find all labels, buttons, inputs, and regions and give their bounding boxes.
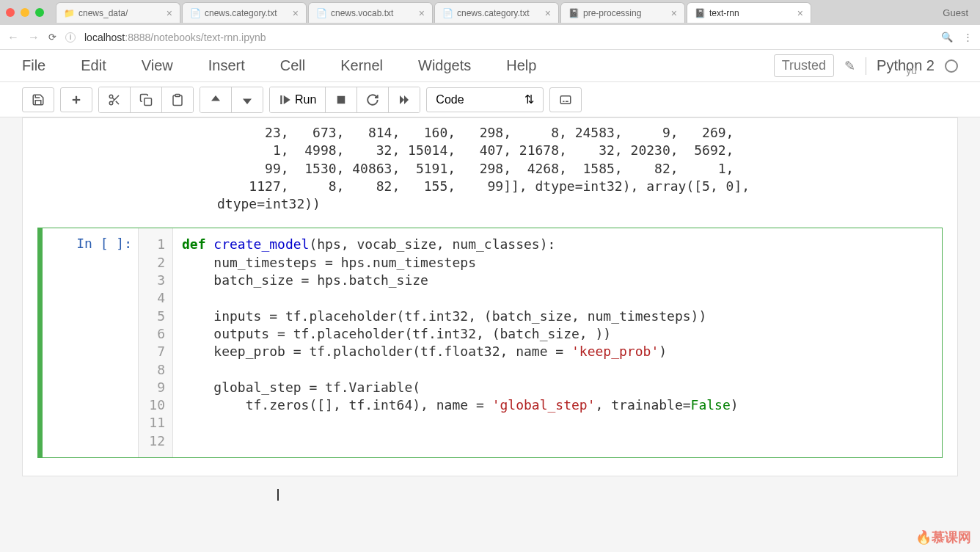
forward-button[interactable]: →	[28, 31, 40, 44]
output-cell: 23, 673, 814, 160, 298, 8, 24583, 9, 269…	[23, 124, 957, 213]
tab-title: text-rnn	[709, 8, 793, 18]
close-icon[interactable]: ×	[293, 7, 299, 19]
code-editor[interactable]: def create_model(hps, vocab_size, num_cl…	[173, 228, 942, 457]
zoom-icon[interactable]: 🔍	[941, 32, 953, 43]
command-palette-button[interactable]	[549, 87, 582, 112]
menu-kernel[interactable]: Kernel	[340, 57, 383, 74]
tab-title: cnews.category.txt	[457, 8, 541, 18]
text-cursor	[277, 489, 279, 501]
browser-tab-4[interactable]: 📓pre-processing×	[560, 2, 685, 23]
watermark-text: yu	[906, 65, 917, 76]
svg-line-5	[116, 101, 119, 104]
jupyter-menu-bar: File Edit View Insert Cell Kernel Widget…	[0, 50, 980, 82]
browser-tab-bar: 📁cnews_data/× 📄cnews.category.txt× 📄cnew…	[0, 0, 980, 25]
menu-view[interactable]: View	[142, 57, 173, 74]
browser-tab-3[interactable]: 📄cnews.category.txt×	[434, 2, 559, 23]
move-up-button[interactable]	[200, 87, 232, 112]
doc-icon: 📄	[442, 8, 453, 18]
svg-point-2	[109, 95, 113, 98]
svg-point-3	[109, 101, 113, 105]
close-icon[interactable]: ×	[545, 7, 551, 19]
copy-button[interactable]	[131, 87, 162, 112]
close-icon[interactable]: ×	[671, 7, 677, 19]
notebook-icon: 📓	[695, 8, 705, 18]
move-down-button[interactable]	[232, 87, 263, 112]
run-button[interactable]: Run	[270, 87, 326, 112]
run-label: Run	[295, 93, 316, 106]
guest-label[interactable]: Guest	[943, 7, 974, 18]
line-number-gutter: 123456789101112	[138, 228, 173, 457]
watermark-label: 慕课网	[932, 530, 971, 545]
cut-copy-paste-group	[98, 87, 194, 113]
divider	[866, 57, 866, 75]
browser-tab-0[interactable]: 📁cnews_data/×	[56, 2, 180, 23]
svg-rect-9	[280, 95, 282, 104]
browser-tab-2[interactable]: 📄cnews.vocab.txt×	[308, 2, 433, 23]
restart-button[interactable]	[357, 87, 389, 112]
chevron-updown-icon: ⇅	[524, 92, 534, 106]
stop-button[interactable]	[326, 87, 357, 112]
menu-help[interactable]: Help	[506, 57, 536, 74]
move-group	[200, 87, 263, 113]
code-cell[interactable]: In [ ]: 123456789101112 def create_model…	[37, 228, 943, 458]
cell-type-select[interactable]: Code⇅	[426, 87, 544, 112]
doc-icon: 📄	[316, 8, 326, 18]
tab-title: pre-processing	[583, 8, 667, 18]
site-info-icon[interactable]: i	[65, 32, 76, 43]
folder-icon: 📁	[64, 8, 74, 18]
cut-button[interactable]	[99, 87, 131, 112]
close-icon[interactable]: ×	[167, 7, 172, 19]
svg-rect-10	[337, 95, 345, 104]
url-path: /notebooks/text-rnn.ipynb	[150, 32, 266, 43]
url-host: localhost	[84, 32, 125, 43]
save-button[interactable]	[22, 87, 54, 112]
url-port: :8888	[125, 32, 150, 43]
tab-title: cnews.vocab.txt	[331, 8, 414, 18]
minimize-window-button[interactable]	[21, 8, 29, 17]
add-cell-button[interactable]	[60, 87, 92, 112]
paste-button[interactable]	[162, 87, 193, 112]
tab-title: cnews_data/	[78, 8, 162, 18]
menu-insert[interactable]: Insert	[208, 57, 245, 74]
maximize-window-button[interactable]	[35, 8, 44, 17]
address-bar: ← → ⟳ i localhost:8888/notebooks/text-rn…	[0, 25, 980, 50]
jupyter-toolbar: Run Code⇅	[0, 82, 980, 117]
back-button[interactable]: ←	[7, 31, 19, 44]
url-field[interactable]: localhost:8888/notebooks/text-rnn.ipynb	[84, 32, 932, 43]
reload-button[interactable]: ⟳	[48, 32, 56, 43]
close-window-button[interactable]	[6, 8, 15, 17]
browser-tab-5[interactable]: 📓text-rnn×	[687, 2, 811, 23]
browser-tab-1[interactable]: 📄cnews.category.txt×	[182, 2, 307, 23]
notebook-container: 23, 673, 814, 160, 298, 8, 24583, 9, 269…	[22, 117, 958, 476]
menu-icon[interactable]: ⋮	[963, 32, 973, 43]
watermark: 🔥慕课网	[915, 529, 971, 546]
menu-cell[interactable]: Cell	[280, 57, 305, 74]
trusted-badge[interactable]: Trusted	[774, 54, 834, 77]
svg-rect-7	[145, 98, 152, 105]
svg-rect-8	[175, 94, 180, 96]
menu-file[interactable]: File	[22, 57, 45, 74]
tab-title: cnews.category.txt	[205, 8, 288, 18]
window-controls	[6, 8, 44, 17]
close-icon[interactable]: ×	[419, 7, 425, 19]
kernel-status-icon	[945, 59, 958, 73]
notebook-icon: 📓	[568, 8, 579, 18]
svg-line-6	[112, 98, 114, 100]
close-icon[interactable]: ×	[797, 7, 803, 19]
run-group: Run	[269, 87, 420, 113]
doc-icon: 📄	[190, 8, 200, 18]
cell-type-label: Code	[436, 93, 464, 106]
svg-rect-11	[561, 95, 571, 104]
input-prompt: In [ ]:	[43, 228, 138, 457]
edit-icon[interactable]: ✎	[844, 58, 855, 74]
menu-edit[interactable]: Edit	[81, 57, 106, 74]
restart-run-all-button[interactable]	[389, 87, 420, 112]
menu-widgets[interactable]: Widgets	[418, 57, 471, 74]
